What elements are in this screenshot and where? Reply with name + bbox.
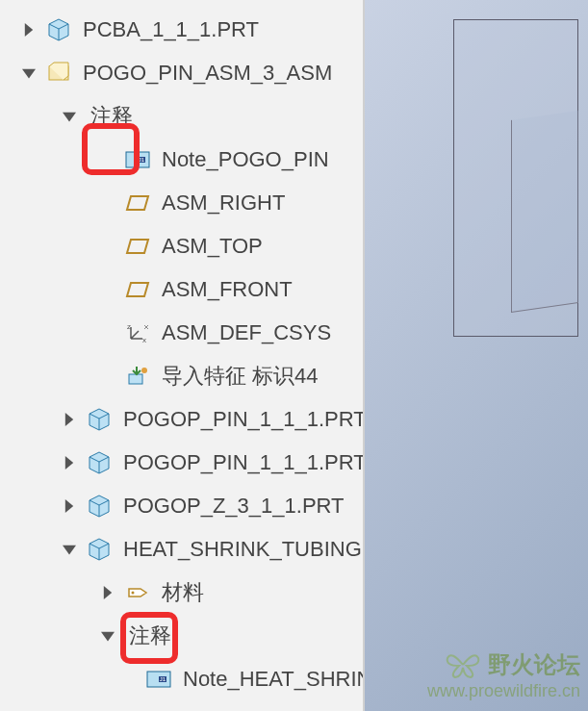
tree-label: ASM_FRONT — [162, 277, 363, 302]
expand-arrow-icon[interactable] — [17, 18, 40, 41]
datum-plane-icon — [123, 189, 152, 217]
note-icon: J1 — [144, 665, 173, 694]
expand-arrow-icon[interactable] — [58, 451, 81, 474]
note-icon: J1 — [123, 145, 152, 174]
tree-label: 材料 — [162, 578, 363, 607]
tag-icon — [123, 578, 152, 607]
tree-row-note-heat-shrink[interactable]: J1 Note_HEAT_SHRINK — [0, 657, 363, 700]
csys-icon: zx — [123, 318, 152, 347]
collapse-arrow-icon[interactable] — [58, 105, 81, 128]
tree-row-asm-def-csys[interactable]: zx ASM_DEF_CSYS — [0, 311, 363, 354]
tree-label: POGOP_PIN_1_1_1.PRT — [123, 450, 363, 475]
datum-plane-icon — [144, 708, 173, 712]
tree-label: Note_HEAT_SHRINK — [183, 667, 363, 692]
expand-arrow-icon[interactable] — [58, 408, 81, 431]
tree-row-annotations[interactable]: 注释 — [0, 94, 363, 138]
tree-row-annotations-2[interactable]: 注释 — [0, 614, 363, 657]
tree-label: POGOP_PIN_1_1_1.PRT — [123, 407, 363, 432]
collapse-arrow-icon[interactable] — [96, 624, 119, 648]
tree-row-material[interactable]: 材料 — [0, 571, 363, 614]
import-feature-icon — [123, 362, 152, 391]
tree-row-import-feature[interactable]: 导入特征 标识44 — [0, 354, 363, 397]
tree-label: POGOP_Z_3_1_1.PRT — [123, 494, 363, 519]
svg-text:J1: J1 — [160, 676, 166, 682]
tree-label: ASM_RIGHT — [162, 190, 363, 216]
tree-label: ASM_DEF_CSYS — [162, 320, 363, 345]
tree-row-asm-right[interactable]: ASM_RIGHT — [0, 181, 363, 224]
tree-row-pogop-pin-1[interactable]: POGOP_PIN_1_1_1.PRT — [0, 397, 363, 441]
app-root: PCBA_1_1_1.PRT POGO_PIN_ASM_3_ASM 注释 J1 — [0, 0, 588, 711]
part-cube-icon — [85, 535, 114, 564]
svg-point-7 — [141, 368, 147, 373]
tree-row-asm-top[interactable]: ASM_TOP — [0, 224, 363, 267]
tree-label: Note_POGO_PIN — [162, 147, 363, 172]
tree-label: PCBA_1_1_1.PRT — [83, 17, 363, 42]
svg-rect-6 — [129, 374, 142, 384]
tree-label: ASM_TOP — [162, 234, 363, 259]
svg-text:x: x — [142, 336, 146, 344]
tree-label: 注释 — [129, 622, 363, 650]
part-cube-icon — [85, 405, 114, 434]
tree-row-heat-shrink[interactable]: HEAT_SHRINK_TUBING — [0, 527, 363, 571]
svg-text:z: z — [127, 322, 131, 331]
part-cube-icon — [85, 448, 114, 477]
tree-row-right[interactable]: RIGHT — [0, 700, 363, 711]
expand-arrow-icon[interactable] — [96, 581, 119, 604]
datum-plane-icon — [123, 232, 152, 261]
datum-plane-icon — [123, 275, 152, 304]
collapse-arrow-icon[interactable] — [58, 538, 81, 561]
svg-point-8 — [132, 591, 135, 594]
tree-label: 导入特征 标识44 — [162, 362, 363, 391]
svg-text:J1: J1 — [139, 157, 145, 163]
model-edge — [511, 111, 578, 313]
expand-arrow-icon[interactable] — [58, 495, 81, 518]
collapse-arrow-icon[interactable] — [17, 62, 40, 85]
tree-row-note-pogo[interactable]: J1 Note_POGO_PIN — [0, 138, 363, 181]
part-cube-icon — [44, 15, 73, 44]
tree-row-pogop-pin-2[interactable]: POGOP_PIN_1_1_1.PRT — [0, 441, 363, 484]
assembly-icon — [44, 59, 73, 88]
tree-label: HEAT_SHRINK_TUBING — [123, 537, 363, 562]
tree-row-pcba[interactable]: PCBA_1_1_1.PRT — [0, 8, 363, 51]
tree-row-asm-front[interactable]: ASM_FRONT — [0, 267, 363, 311]
tree-row-pogo-asm[interactable]: POGO_PIN_ASM_3_ASM — [0, 51, 363, 94]
tree-row-pogop-z[interactable]: POGOP_Z_3_1_1.PRT — [0, 484, 363, 527]
tree-label: POGO_PIN_ASM_3_ASM — [83, 61, 363, 86]
3d-viewport[interactable] — [363, 0, 588, 711]
part-cube-icon — [85, 492, 114, 521]
model-tree-panel: PCBA_1_1_1.PRT POGO_PIN_ASM_3_ASM 注释 J1 — [0, 0, 363, 711]
tree-label: 注释 — [90, 102, 363, 131]
